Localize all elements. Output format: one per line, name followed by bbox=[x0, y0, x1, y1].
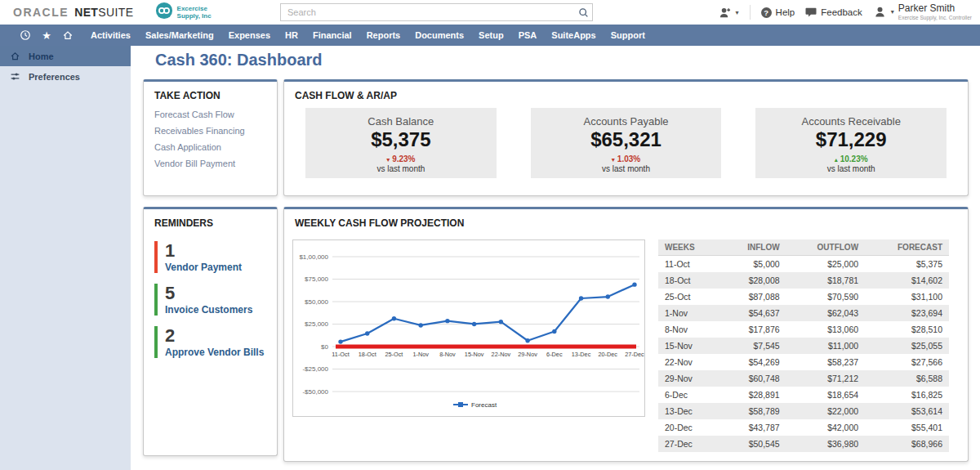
table-row: 20-Dec$43,787$42,000$55,401 bbox=[658, 419, 949, 436]
chevron-down-icon: ▾ bbox=[736, 9, 739, 16]
header-right-cluster: ▾ ? Help Feedback ▾ Parker Smith Exercis… bbox=[718, 0, 972, 25]
data-point bbox=[338, 339, 342, 343]
company-logo-icon bbox=[155, 2, 173, 23]
cash-flow-panel-title: CASH FLOW & AR/AP bbox=[284, 82, 968, 106]
table-cell: $17,876 bbox=[720, 321, 786, 338]
projection-title: WEEKLY CASH FLOW PROJECTION bbox=[284, 209, 968, 234]
take-action-link-vendor-bill-payment[interactable]: Vendor Bill Payment bbox=[144, 155, 277, 172]
help-label: Help bbox=[776, 7, 795, 17]
user-name: Parker Smith bbox=[898, 3, 972, 15]
header-divider bbox=[750, 5, 751, 20]
data-point bbox=[472, 322, 476, 326]
table-cell: $11,000 bbox=[786, 338, 865, 354]
table-row: 18-Oct$28,008$18,781$14,602 bbox=[658, 272, 949, 289]
nav-item-hr[interactable]: HR bbox=[278, 30, 305, 40]
table-cell: 27-Dec bbox=[658, 436, 720, 452]
chevron-down-icon: ▾ bbox=[891, 8, 894, 16]
reminder-invoice-customers[interactable]: 5 Invoice Customers bbox=[154, 284, 266, 316]
nav-item-sales-marketing[interactable]: Sales/Marketing bbox=[138, 30, 221, 40]
delta-down-icon: ▾ bbox=[612, 156, 615, 163]
global-search bbox=[280, 3, 593, 21]
nav-item-financial[interactable]: Financial bbox=[305, 30, 359, 40]
company-name-line1: Excercise bbox=[177, 5, 207, 12]
sidebar-item-home[interactable]: Home bbox=[0, 46, 131, 66]
netsuite-wordmark-light: SUITE bbox=[98, 6, 133, 19]
data-point bbox=[499, 320, 503, 324]
nav-item-expenses[interactable]: Expenses bbox=[221, 30, 278, 40]
forecast-line bbox=[341, 284, 635, 342]
search-icon[interactable] bbox=[574, 7, 592, 18]
data-point bbox=[606, 294, 610, 298]
search-input[interactable] bbox=[281, 7, 574, 17]
table-header: INFLOW bbox=[720, 239, 786, 256]
nav-item-documents[interactable]: Documents bbox=[408, 30, 471, 40]
kpi-delta: ▾9.23% bbox=[305, 154, 497, 163]
x-axis-label: 25-Oct bbox=[385, 351, 403, 358]
table-header: FORECAST bbox=[865, 239, 949, 256]
legend-marker bbox=[458, 402, 463, 407]
table-cell: $55,401 bbox=[865, 419, 949, 436]
x-axis-label: 8-Nov bbox=[439, 351, 456, 358]
home-icon bbox=[10, 51, 20, 61]
table-cell: $54,269 bbox=[720, 354, 786, 370]
data-point bbox=[552, 329, 556, 333]
table-cell: $6,588 bbox=[865, 370, 949, 387]
sliders-icon bbox=[10, 71, 20, 82]
company-badge[interactable]: Excercise Supply, Inc bbox=[155, 2, 212, 23]
table-cell: $60,748 bbox=[720, 370, 786, 387]
table-cell: 22-Nov bbox=[658, 354, 720, 370]
feedback-bubble-icon bbox=[805, 7, 817, 18]
y-axis-label: $1,00,000 bbox=[299, 253, 328, 261]
table-cell: $71,212 bbox=[786, 370, 865, 387]
nav-item-suiteapps[interactable]: SuiteApps bbox=[544, 30, 603, 40]
x-axis-label: 15-Nov bbox=[465, 351, 484, 358]
nav-item-psa[interactable]: PSA bbox=[511, 30, 545, 40]
sidebar-item-preferences[interactable]: Preferences bbox=[0, 66, 131, 87]
table-header: OUTFLOW bbox=[786, 239, 865, 256]
feedback-button[interactable]: Feedback bbox=[805, 7, 862, 18]
shortcuts-star-icon[interactable]: ★ bbox=[36, 29, 57, 42]
y-axis-label: -$50,000 bbox=[302, 388, 328, 396]
reminder-count: 2 bbox=[165, 326, 266, 345]
reminder-label: Invoice Customers bbox=[165, 304, 266, 316]
x-axis-label: 29-Nov bbox=[518, 351, 537, 358]
table-cell: $18,781 bbox=[786, 272, 865, 289]
recent-records-icon[interactable] bbox=[15, 29, 36, 41]
home-icon[interactable] bbox=[57, 29, 78, 41]
help-button[interactable]: ? Help bbox=[761, 7, 795, 18]
nav-item-setup[interactable]: Setup bbox=[471, 30, 511, 40]
table-cell: $27,566 bbox=[865, 354, 949, 370]
company-name: Excercise Supply, Inc bbox=[177, 5, 212, 20]
table-cell: $25,055 bbox=[865, 338, 949, 354]
x-axis-label: 20-Dec bbox=[599, 351, 618, 358]
roles-menu-button[interactable]: ▾ bbox=[718, 7, 739, 19]
table-cell: $5,000 bbox=[720, 256, 786, 273]
take-action-link-receivables-financing[interactable]: Receivables Financing bbox=[144, 123, 277, 139]
table-cell: $28,510 bbox=[865, 321, 949, 338]
feedback-label: Feedback bbox=[821, 7, 862, 17]
kpi-caption: vs last month bbox=[755, 164, 947, 173]
table-cell: $87,088 bbox=[720, 289, 786, 305]
kpi-label: Accounts Receivable bbox=[755, 115, 947, 128]
nav-item-reports[interactable]: Reports bbox=[359, 30, 408, 40]
take-action-link-forecast-cash-flow[interactable]: Forecast Cash Flow bbox=[144, 106, 277, 123]
table-cell: $68,966 bbox=[865, 436, 949, 452]
user-menu[interactable]: ▾ Parker Smith Exercise Supply, Inc. Con… bbox=[873, 3, 972, 20]
table-cell: $5,375 bbox=[865, 256, 949, 273]
data-point bbox=[632, 282, 636, 286]
y-axis-label: $50,000 bbox=[305, 298, 328, 306]
kpi-delta-value: 10.23% bbox=[840, 154, 868, 163]
nav-menu: Activities Sales/Marketing Expenses HR F… bbox=[83, 30, 653, 40]
kpi-value: $71,229 bbox=[755, 128, 947, 151]
data-point bbox=[525, 338, 529, 342]
nav-item-activities[interactable]: Activities bbox=[83, 30, 138, 40]
table-cell: 18-Oct bbox=[658, 272, 720, 289]
table-cell: $58,789 bbox=[720, 403, 786, 419]
reminder-vendor-payment[interactable]: 1 Vendor Payment bbox=[154, 241, 266, 273]
kpi-cash-balance: Cash Balance $5,375 ▾9.23% vs last month bbox=[305, 108, 497, 178]
reminder-approve-vendor-bills[interactable]: 2 Approve Vendor Bills bbox=[154, 326, 266, 358]
kpi-delta: ▾1.03% bbox=[531, 154, 722, 163]
table-row: 27-Dec$50,545$36,980$68,966 bbox=[658, 436, 949, 452]
take-action-link-cash-application[interactable]: Cash Application bbox=[144, 139, 277, 155]
nav-item-support[interactable]: Support bbox=[604, 30, 653, 40]
